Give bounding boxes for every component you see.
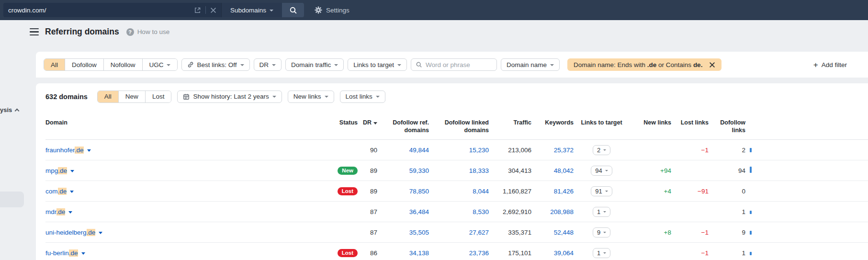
new-links-label: New links [293, 93, 321, 100]
chevron-down-icon[interactable] [70, 191, 74, 193]
column-header-lost-links[interactable]: Lost links [671, 117, 709, 126]
column-header-domain[interactable]: Domain [45, 117, 316, 126]
dofollow-links-bar-cell [745, 167, 757, 174]
lost-links-dropdown[interactable]: Lost links [340, 90, 385, 103]
sidebar-item-highlight[interactable] [0, 192, 24, 207]
domain-name-filter-button[interactable]: Domain name [501, 58, 560, 71]
dofollow-linked-link[interactable]: 8,044 [473, 188, 489, 195]
keywords-link[interactable]: 48,042 [554, 167, 574, 174]
new-links-dropdown[interactable]: New links [288, 90, 334, 103]
links-to-target-label: Links to target [353, 61, 394, 68]
chevron-down-icon[interactable] [70, 170, 74, 172]
links-to-target-select[interactable]: 9 [593, 227, 610, 237]
show-history-button[interactable]: Show history: Last 2 years [177, 90, 282, 103]
segment-nofollow[interactable]: Nofollow [103, 59, 142, 70]
dofollow-linked-link[interactable]: 8,530 [473, 208, 489, 215]
dofollow-ref-link[interactable]: 35,505 [409, 229, 429, 236]
links-to-target-select[interactable]: 1 [593, 207, 610, 217]
domain-traffic-filter-button[interactable]: Domain traffic [285, 58, 344, 71]
column-header-keywords[interactable]: Keywords [531, 117, 574, 126]
dofollow-ref-link[interactable]: 34,138 [409, 249, 429, 257]
links-to-target-filter-button[interactable]: Links to target [348, 58, 407, 71]
status-cell: New [316, 167, 358, 175]
best-links-button[interactable]: Best links: Off [181, 58, 250, 71]
open-external-link-icon[interactable] [194, 7, 201, 14]
keywords-link[interactable]: 25,372 [554, 147, 574, 154]
dr-filter-button[interactable]: DR [254, 58, 282, 71]
links-to-target-cell: 1 [574, 248, 630, 258]
add-filter-button[interactable]: + Add filter [813, 61, 847, 69]
chevron-down-icon [603, 232, 606, 233]
segment-all[interactable]: All [44, 59, 65, 70]
links-to-target-value: 94 [595, 167, 602, 174]
segment-lost[interactable]: Lost [145, 91, 171, 102]
domain-cell: fu-berlin.de [45, 249, 316, 257]
segment-all[interactable]: All [98, 91, 118, 102]
domain-link[interactable]: uni-heidelberg.de [45, 229, 102, 236]
chevron-down-icon[interactable] [68, 211, 72, 214]
search-icon [289, 6, 297, 14]
keywords-link[interactable]: 39,064 [554, 249, 574, 257]
scope-mode-dropdown[interactable]: Subdomains [221, 3, 282, 17]
keywords-link[interactable]: 52,448 [554, 229, 574, 236]
dofollow-links-cell: 1 [709, 249, 745, 257]
lost-links-value: −1 [701, 147, 709, 154]
domain-link[interactable]: mdr.de [45, 208, 72, 215]
domain-link[interactable]: mpg.de [45, 167, 74, 174]
sidebar-item-analysis-cutoff[interactable]: ysis [0, 106, 19, 113]
word-or-phrase-input[interactable]: Word or phrase [411, 58, 497, 71]
target-url-input[interactable]: crowdin.com/ [3, 3, 221, 17]
settings-button[interactable]: Settings [315, 6, 349, 14]
column-header-status[interactable]: Status [316, 117, 358, 126]
column-header-new-links[interactable]: New links [630, 117, 671, 126]
links-to-target-cell: 1 [574, 207, 630, 217]
dofollow-ref-link[interactable]: 36,484 [409, 208, 429, 215]
links-to-target-value: 91 [595, 188, 602, 195]
dofollow-linked-link[interactable]: 27,627 [469, 229, 489, 236]
dofollow-linked-link[interactable]: 18,333 [469, 167, 489, 174]
column-header-dofollow-links[interactable]: Dofollow links [709, 117, 745, 135]
clear-input-icon[interactable] [210, 7, 216, 13]
segment-label: Nofollow [111, 61, 135, 68]
column-header-traffic[interactable]: Traffic [489, 117, 531, 126]
dofollow-ref-link[interactable]: 59,330 [409, 167, 429, 174]
links-to-target-cell: 9 [574, 227, 630, 237]
column-header-dr[interactable]: DR [358, 117, 377, 126]
dofollow-ref-link[interactable]: 78,850 [409, 188, 429, 195]
chevron-down-icon[interactable] [99, 232, 102, 234]
search-button[interactable] [282, 3, 304, 17]
dofollow-links-bar-cell [745, 208, 757, 215]
remove-filter-button[interactable] [709, 62, 715, 68]
domain-link[interactable]: fraunhofer.de [45, 147, 91, 154]
active-filter-chip[interactable]: Domain name: Ends with .de or Contains d… [567, 58, 721, 71]
segment-new[interactable]: New [118, 91, 145, 102]
segment-dofollow[interactable]: Dofollow [65, 59, 103, 70]
sidebar-cutoff-text: ysis [0, 106, 12, 113]
links-to-target-select[interactable]: 94 [591, 166, 612, 176]
column-header-links-to-target[interactable]: Links to target [574, 117, 630, 126]
domain-link[interactable]: com.de [45, 188, 74, 195]
menu-icon[interactable] [30, 28, 39, 36]
dofollow-linked-link[interactable]: 23,736 [469, 249, 489, 257]
keywords-link[interactable]: 81,426 [554, 188, 574, 195]
domain-link[interactable]: fu-berlin.de [45, 249, 85, 257]
dofollow-links-bar [750, 231, 752, 235]
chevron-down-icon [167, 64, 170, 66]
traffic-cell: 2,692,910 [489, 208, 531, 215]
segment-ugc[interactable]: UGC [142, 59, 177, 70]
how-to-use-link[interactable]: ? How to use [126, 28, 170, 36]
links-to-target-select[interactable]: 1 [593, 248, 610, 258]
column-header-dofollow-ref[interactable]: Dofollow ref. domains [377, 117, 429, 135]
gear-icon [315, 6, 322, 14]
keywords-link[interactable]: 208,988 [550, 208, 574, 215]
dofollow-ref-link[interactable]: 49,844 [409, 147, 429, 154]
column-header-dofollow-linked[interactable]: Dofollow linked domains [429, 117, 489, 135]
dofollow-linked-link[interactable]: 15,230 [469, 147, 489, 154]
links-to-target-select[interactable]: 91 [591, 186, 612, 196]
dofollow-links-bar-cell [745, 229, 757, 236]
links-to-target-select[interactable]: 2 [593, 145, 610, 155]
chevron-down-icon[interactable] [87, 149, 91, 152]
chevron-down-icon[interactable] [81, 252, 85, 255]
chevron-down-icon [605, 191, 608, 192]
status-segmented-control: AllNewLost [97, 90, 172, 103]
